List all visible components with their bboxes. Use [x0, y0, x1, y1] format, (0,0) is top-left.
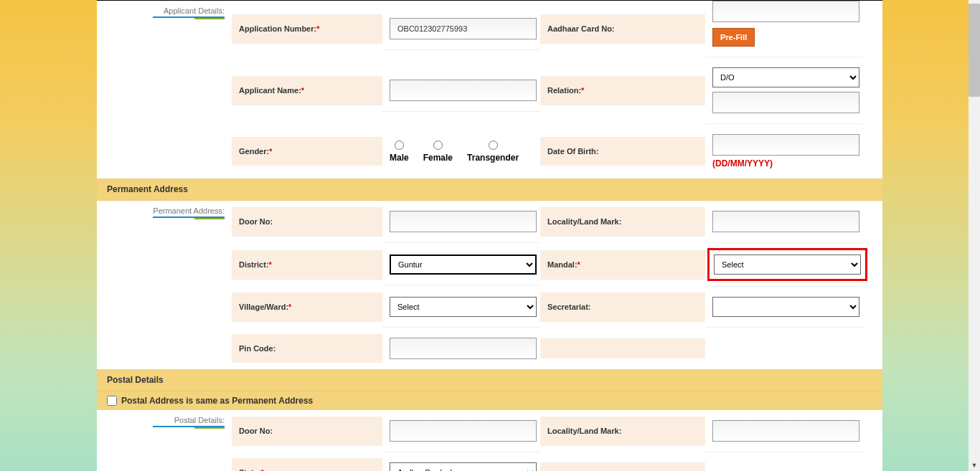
perm-pincode-input[interactable] — [390, 338, 537, 359]
perm-district-select[interactable]: Guntur — [390, 254, 537, 275]
perm-pincode-field — [382, 328, 540, 369]
perm-doorno-input[interactable] — [390, 211, 537, 232]
permanent-address-header: Permanent Address — [97, 179, 882, 201]
gender-trans-option[interactable]: Transgender — [467, 141, 519, 163]
mandal-highlight: Select — [712, 253, 862, 276]
applicant-name-label: Applicant Name:* — [232, 76, 382, 105]
postal-same-row: Postal Address is same as Permanent Addr… — [97, 391, 882, 410]
postal-doorno-field — [382, 410, 540, 452]
postal-same-label: Postal Address is same as Permanent Addr… — [121, 396, 313, 406]
applicant-name-field — [382, 70, 540, 112]
postal-doorno-label: Door No: — [232, 417, 382, 446]
perm-mandal-label: Mandal:* — [540, 250, 705, 280]
applicant-sidebar-text: Applicant Details: — [164, 6, 225, 15]
perm-village-field: Select — [382, 287, 540, 328]
dob-input[interactable] — [712, 134, 859, 156]
relation-field: D/O — [705, 57, 863, 124]
perm-sidebar: Permanent Address: — [97, 201, 232, 369]
underline2-icon — [194, 427, 225, 429]
postal-state-field: Andhra Pradesh — [382, 452, 540, 471]
perm-locality-input[interactable] — [712, 211, 859, 232]
postal-locality-field — [705, 410, 863, 452]
postal-locality-label: Locality/Land Mark: — [540, 417, 705, 446]
perm-body: Door No: Locality/Land Mark: District:* … — [232, 201, 882, 369]
page-root: Applicant Details: Application Number:* … — [0, 0, 980, 471]
application-number-input[interactable] — [390, 18, 537, 39]
gender-female-option[interactable]: Female — [423, 141, 453, 163]
perm-locality-field — [705, 201, 863, 243]
postal-locality-input[interactable] — [712, 420, 859, 442]
postal-header: Postal Details — [97, 369, 882, 391]
postal-body: Door No: Locality/Land Mark: State:* And… — [232, 410, 882, 471]
dob-field: (DD/MM/YYYY) — [705, 124, 863, 179]
perm-pincode-label: Pin Code: — [232, 334, 382, 363]
relation-label: Relation:* — [540, 76, 705, 105]
gender-male-option[interactable]: Male — [390, 141, 409, 163]
postal-state-select[interactable]: Andhra Pradesh — [390, 462, 537, 471]
underline2-icon — [194, 18, 225, 19]
dob-hint: (DD/MM/YYYY) — [712, 158, 856, 168]
perm-doorno-label: Door No: — [232, 207, 382, 237]
applicant-name-input[interactable] — [390, 80, 537, 101]
scrollbar-track[interactable]: ▲ ▼ — [969, 0, 980, 471]
perm-secretariat-select[interactable] — [712, 297, 859, 317]
applicant-grid: Applicant Details: Application Number:* … — [97, 1, 882, 179]
scrollbar-thumb[interactable] — [969, 4, 980, 97]
perm-village-select[interactable]: Select — [390, 297, 537, 317]
perm-district-field: Guntur — [382, 244, 540, 285]
perm-secretariat-label: Secretariat: — [540, 292, 705, 322]
postal-state-label: State:* — [232, 458, 382, 471]
aadhaar-field: Pre-Fill — [705, 1, 863, 57]
applicant-body: Application Number:* Aadhaar Card No: Pr… — [232, 1, 882, 179]
postal-doorno-input[interactable] — [390, 420, 537, 442]
form-content: Applicant Details: Application Number:* … — [97, 0, 882, 471]
perm-doorno-field — [382, 201, 540, 243]
perm-district-label: District:* — [232, 250, 382, 280]
perm-grid: Permanent Address: Door No: Locality/Lan… — [97, 201, 882, 369]
perm-mandal-field: Select — [705, 243, 863, 287]
postal-sidebar: Postal Details: — [97, 410, 232, 471]
perm-locality-label: Locality/Land Mark: — [540, 207, 705, 237]
scroll-down-icon[interactable]: ▼ — [969, 460, 980, 471]
gender-field: Male Female Transgender — [382, 130, 540, 173]
application-number-label: Application Number:* — [232, 14, 382, 44]
relation-name-input[interactable] — [712, 92, 859, 113]
perm-mandal-select[interactable]: Select — [714, 254, 861, 275]
prefill-button[interactable]: Pre-Fill — [712, 28, 755, 47]
relation-select[interactable]: D/O — [712, 67, 859, 87]
application-number-field — [382, 8, 540, 50]
underline2-icon — [194, 218, 225, 219]
aadhaar-input[interactable] — [712, 1, 859, 22]
aadhaar-label: Aadhaar Card No: — [540, 14, 705, 44]
applicant-sidebar: Applicant Details: — [97, 1, 232, 179]
perm-secretariat-field — [705, 287, 863, 328]
gender-label: Gender:* — [232, 137, 382, 166]
postal-grid: Postal Details: Door No: Locality/Land M… — [97, 410, 882, 471]
dob-label: Date Of Birth: — [540, 137, 705, 166]
perm-village-label: Village/Ward:* — [232, 292, 382, 322]
postal-same-checkbox[interactable] — [107, 396, 117, 406]
